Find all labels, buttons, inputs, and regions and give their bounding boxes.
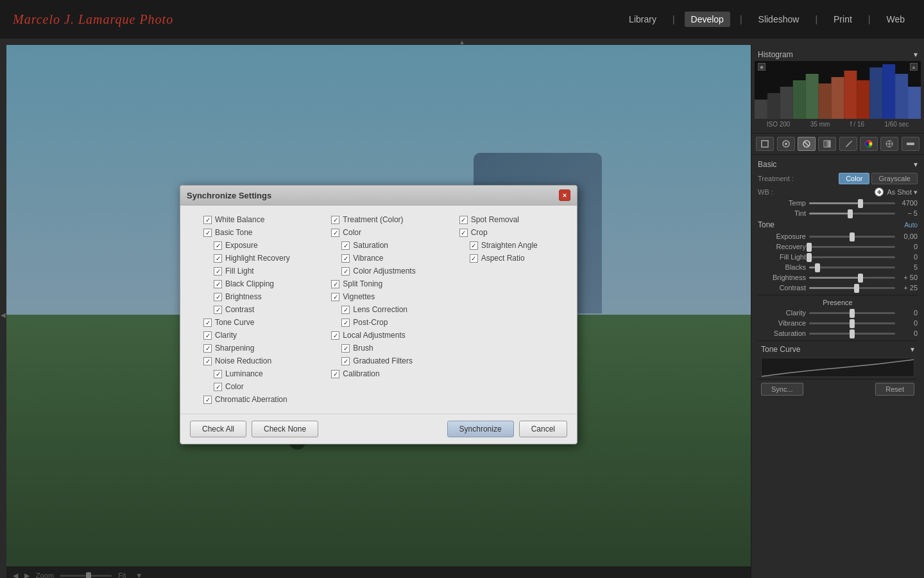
right-panel: Histogram ▾ [751, 45, 924, 578]
nav-slideshow[interactable]: Slideshow [752, 12, 806, 27]
temp-slider-track[interactable] [809, 202, 895, 204]
tone-curve-preview [761, 358, 914, 377]
blacks-slider-row: Blacks 5 [758, 262, 918, 272]
cb-white-balance[interactable] [203, 216, 212, 224]
cb-split-toning[interactable] [331, 280, 339, 288]
cb-vibrance[interactable] [341, 254, 350, 263]
cb-vignettes[interactable] [331, 293, 339, 301]
brightness-slider-track[interactable] [809, 277, 895, 279]
saturation-slider-track[interactable] [809, 333, 895, 335]
exposure-slider-thumb[interactable] [850, 232, 855, 241]
reset-button[interactable]: Reset [875, 383, 914, 396]
saturation-slider-thumb[interactable] [850, 329, 855, 338]
auto-button[interactable]: Auto [904, 222, 918, 229]
histogram-options-icon[interactable]: ◆ [758, 63, 766, 71]
cb-spot-removal[interactable] [459, 216, 468, 224]
recovery-slider-track[interactable] [809, 246, 895, 248]
cb-post-crop[interactable] [341, 319, 350, 327]
synchronize-button[interactable]: Synchronize [447, 421, 514, 437]
exposure-slider-track[interactable] [809, 236, 895, 238]
temp-slider-fill [809, 202, 860, 204]
cb-aspect-ratio[interactable] [470, 254, 478, 263]
cancel-button[interactable]: Cancel [519, 421, 567, 437]
sync-button[interactable]: Sync... [761, 383, 803, 396]
tint-slider-thumb[interactable] [848, 209, 853, 218]
vibrance-slider-thumb[interactable] [850, 319, 855, 328]
item-color-group: Color [321, 228, 436, 237]
color-picker-icon[interactable] [860, 137, 878, 151]
tint-slider-fill [809, 213, 850, 215]
nav-library[interactable]: Library [622, 12, 663, 27]
cb-noise-reduction[interactable] [203, 357, 212, 365]
focal-length-info: 35 mm [810, 121, 830, 128]
svg-rect-12 [908, 87, 921, 119]
cb-graduated-filters[interactable] [341, 357, 350, 365]
cb-lens-correction[interactable] [341, 306, 350, 314]
cb-chromatic-aberration[interactable] [203, 396, 212, 404]
svg-rect-13 [762, 141, 768, 147]
histogram-expand-icon[interactable]: ▾ [914, 50, 918, 59]
crop-tool-icon[interactable] [756, 137, 774, 151]
cb-highlight-recovery[interactable] [214, 254, 222, 263]
cb-fill-light[interactable] [214, 267, 222, 276]
cb-sharpening[interactable] [203, 344, 212, 353]
vibrance-slider-track[interactable] [809, 322, 895, 324]
cb-treatment[interactable] [331, 216, 339, 224]
blacks-slider-track[interactable] [809, 267, 895, 268]
eyedropper-icon[interactable]: ✤ [875, 188, 884, 197]
dialog-footer: Check All Check None Synchronize Cancel [180, 414, 577, 444]
tint-slider-track[interactable] [809, 213, 895, 215]
treatment-color-button[interactable]: Color [839, 173, 869, 184]
gradient-tool-icon[interactable] [818, 137, 836, 151]
cb-exposure[interactable] [214, 241, 222, 250]
nav-develop[interactable]: Develop [685, 12, 730, 27]
spot-heal-tool-icon[interactable] [777, 137, 795, 151]
cb-brush[interactable] [341, 344, 350, 353]
cb-contrast[interactable] [214, 306, 222, 314]
check-none-button[interactable]: Check None [252, 421, 318, 437]
dialog-close-button[interactable]: × [559, 189, 570, 201]
zoom-in-icon[interactable] [902, 137, 920, 151]
cb-brightness[interactable] [214, 293, 222, 301]
treatment-grayscale-button[interactable]: Grayscale [871, 173, 918, 184]
cb-basic-tone[interactable] [203, 229, 212, 237]
cb-crop[interactable] [459, 229, 468, 237]
cb-calibration[interactable] [331, 370, 339, 378]
clarity-slider-thumb[interactable] [850, 309, 855, 318]
recovery-slider-row: Recovery 0 [758, 241, 918, 252]
dialog-column-3: Spot Removal Crop Straighten Angle [449, 215, 564, 404]
adjustment-brush-icon[interactable] [839, 137, 857, 151]
cb-black-clipping[interactable] [214, 280, 222, 288]
left-edge-arrow-icon: ◀ [1, 311, 6, 319]
histogram-expand-btn[interactable]: ▲ [910, 63, 918, 71]
fill-light-slider-thumb[interactable] [807, 253, 812, 262]
check-all-button[interactable]: Check All [190, 421, 246, 437]
cb-color-adjustments[interactable] [341, 267, 350, 276]
cb-straighten-angle[interactable] [470, 241, 478, 250]
cb-luminance[interactable] [214, 370, 222, 378]
cb-local-adjustments[interactable] [331, 331, 339, 340]
temp-slider-thumb[interactable] [858, 199, 863, 208]
clarity-slider-track[interactable] [809, 312, 895, 314]
fill-light-slider-track[interactable] [809, 256, 895, 258]
brightness-slider-thumb[interactable] [858, 274, 863, 283]
tone-curve-expand-icon[interactable]: ▾ [911, 345, 914, 354]
red-eye-tool-icon[interactable] [798, 137, 816, 151]
wb-value[interactable]: As Shot ▾ [887, 188, 918, 197]
nav-print[interactable]: Print [827, 12, 859, 27]
logo-text: Marcelo J. Lamarque [13, 12, 135, 26]
contrast-slider-thumb[interactable] [854, 284, 859, 293]
blacks-slider-thumb[interactable] [815, 263, 820, 272]
cb-saturation[interactable] [341, 241, 350, 250]
exposure-tool-icon[interactable] [880, 137, 898, 151]
cb-color-group[interactable] [331, 229, 339, 237]
contrast-slider-track[interactable] [809, 287, 895, 289]
nav-web[interactable]: Web [880, 12, 911, 27]
cb-tone-curve[interactable] [203, 319, 212, 327]
top-collapse-arrow[interactable]: ▲ [0, 39, 924, 45]
cb-clarity[interactable] [203, 331, 212, 340]
cb-color-noise[interactable] [214, 383, 222, 391]
left-panel-edge[interactable]: ◀ [0, 45, 6, 578]
recovery-slider-thumb[interactable] [807, 243, 812, 252]
basic-expand-icon[interactable]: ▾ [914, 160, 918, 169]
